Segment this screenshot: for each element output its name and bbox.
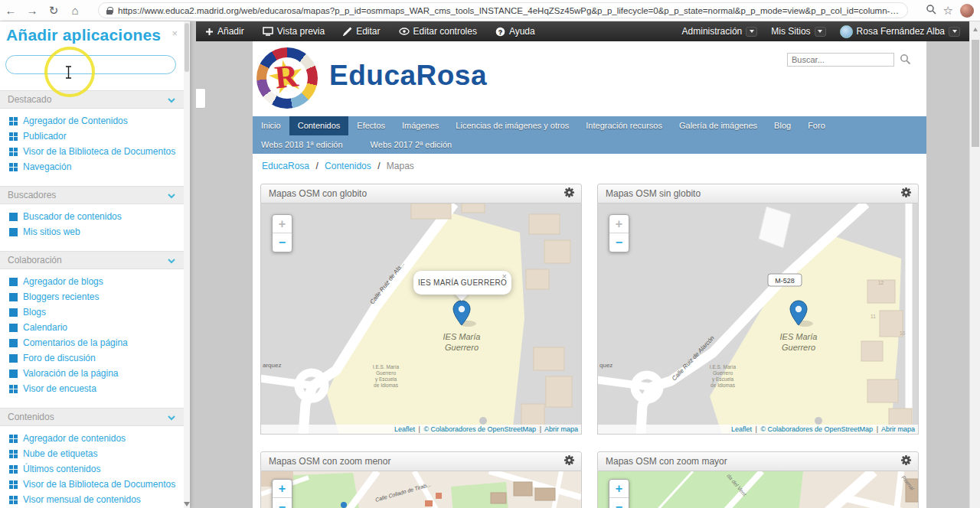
tab-contenidos[interactable]: Contenidos: [289, 116, 349, 135]
breadcrumb-home[interactable]: EducaRosa: [262, 161, 309, 171]
tab-webs-2018[interactable]: Webs 2018 1ª edición: [253, 135, 351, 154]
map-canvas-zoom-mayor[interactable]: da del Vent Piornal + −: [597, 471, 919, 508]
sidebar-item-comentarios-pagina[interactable]: Comentarios de la página: [0, 335, 184, 350]
site-navigation: Inicio Contenidos Efectos Imágenes Licen…: [253, 116, 926, 154]
my-sites-menu[interactable]: Mis Sitios: [771, 26, 825, 37]
home-icon[interactable]: ⌂: [64, 1, 86, 21]
leaflet-link[interactable]: Leaflet: [731, 425, 752, 433]
sidebar-item-visor-biblioteca[interactable]: Visor de la Biblioteca de Documentos: [0, 144, 184, 159]
gear-icon[interactable]: [900, 454, 912, 469]
chevron-down-icon[interactable]: [167, 253, 176, 267]
search-icon[interactable]: [900, 54, 911, 68]
sidebar-item-publicador[interactable]: Publicador: [0, 129, 184, 144]
page-search-icon[interactable]: [926, 4, 936, 18]
site-search-input[interactable]: [787, 53, 894, 67]
sidebar-item-label: Últimos contenidos: [23, 464, 100, 474]
dropdown-arrow-icon[interactable]: [815, 27, 826, 37]
map-canvas-sin-globito[interactable]: M-528 Calle Ruiz de Alarcón quez 12 11 1…: [597, 204, 919, 435]
application-search-input[interactable]: [5, 55, 176, 74]
sidebar-item-valoracion-pagina[interactable]: Valoración de la página: [0, 366, 184, 381]
chevron-down-icon[interactable]: [167, 188, 176, 202]
sidebar-item-navegacion[interactable]: Navegación: [0, 159, 184, 174]
sidebar-item-visor-biblioteca2[interactable]: Visor de la Biblioteca de Documentos: [0, 477, 184, 492]
zoom-out-button[interactable]: −: [609, 233, 629, 252]
edit-controls-button[interactable]: Editar controles: [399, 26, 477, 37]
edit-button[interactable]: Editar: [343, 26, 380, 37]
url-bar[interactable]: https://www.educa2.madrid.org/web/educar…: [98, 2, 908, 18]
tab-foro[interactable]: Foro: [799, 116, 834, 135]
popup-close-icon[interactable]: ×: [502, 272, 507, 281]
osm-link[interactable]: © Colaboradores de OpenStreetMap: [423, 425, 536, 433]
zoom-in-button[interactable]: +: [273, 215, 292, 233]
tab-galeria[interactable]: Galería de imágenes: [671, 116, 766, 135]
zoom-in-button[interactable]: +: [609, 480, 629, 498]
page-scrollbar-thumb[interactable]: [972, 40, 979, 147]
zoom-control: + −: [609, 214, 629, 252]
gear-icon[interactable]: [564, 454, 575, 469]
administration-menu[interactable]: Administración: [682, 26, 758, 37]
sidebar-item-calendario[interactable]: Calendario: [0, 320, 184, 335]
scroll-up-icon[interactable]: [973, 28, 978, 31]
zoom-out-button[interactable]: −: [273, 233, 292, 252]
reload-icon[interactable]: ↻: [43, 1, 64, 21]
url-text[interactable]: https://www.educa2.madrid.org/web/educar…: [118, 6, 900, 15]
open-map-link[interactable]: Abrir mapa: [544, 425, 578, 433]
dropdown-arrow-icon[interactable]: [746, 27, 757, 37]
open-map-link[interactable]: Abrir mapa: [881, 425, 915, 433]
tab-imagenes[interactable]: Imágenes: [394, 116, 447, 135]
gear-icon[interactable]: [900, 187, 912, 201]
zoom-out-button[interactable]: −: [273, 498, 292, 508]
sidebar-item-visor-mensual[interactable]: Visor mensual de contenidos: [0, 492, 184, 507]
section-header[interactable]: Destacado: [0, 90, 184, 109]
sidebar-item-buscador-contenidos[interactable]: Buscador de contenidos: [0, 209, 184, 224]
panel-handle[interactable]: [196, 88, 206, 109]
add-applications-panel: Añadir aplicaciones × Destacado Agregado…: [0, 21, 190, 508]
tab-integracion[interactable]: Integración recursos: [577, 116, 671, 135]
sidebar-item-bloggers-recientes[interactable]: Bloggers recientes: [0, 289, 184, 304]
section-header[interactable]: Buscadores: [0, 186, 184, 204]
map-popup[interactable]: IES MARÍA GUERRERO ×: [413, 271, 511, 295]
add-button[interactable]: Añadir: [205, 26, 244, 37]
map-canvas-con-globito[interactable]: Calle Ruiz de Ala... arquez I.E.S. María…: [260, 204, 582, 435]
section-header[interactable]: Colaboración: [0, 251, 184, 269]
sidebar-item-nube-etiquetas[interactable]: Nube de etiquetas: [0, 446, 184, 461]
bookmark-star-icon[interactable]: ☆: [943, 4, 953, 18]
sidebar-item-agregador-blogs[interactable]: Agregador de blogs: [0, 274, 184, 289]
sidebar-item-agregador-contenidos2[interactable]: Agregador de contenidos: [0, 431, 184, 446]
sidebar-item-foro-discusion[interactable]: Foro de discusión: [0, 350, 184, 366]
breadcrumb-section[interactable]: Contenidos: [325, 161, 371, 171]
tab-webs-2017[interactable]: Webs 2017 2ª edición: [362, 135, 461, 154]
help-button[interactable]: ? Ayuda: [495, 26, 535, 37]
sidebar-item-blogs[interactable]: Blogs: [0, 304, 184, 320]
browser-profile-avatar[interactable]: [960, 4, 974, 18]
map-canvas-zoom-menor[interactable]: Calle Collado de Tirab... + −: [260, 471, 582, 508]
zoom-out-button[interactable]: −: [609, 498, 629, 508]
preview-button[interactable]: Vista previa: [263, 26, 325, 37]
sidebar-scrollbar-thumb[interactable]: [185, 23, 189, 72]
zoom-in-button[interactable]: +: [609, 215, 629, 233]
chevron-down-icon[interactable]: [167, 410, 176, 424]
dropdown-arrow-icon[interactable]: [949, 27, 960, 37]
sidebar-item-ultimos-contenidos[interactable]: Últimos contenidos: [0, 461, 184, 477]
forward-icon[interactable]: →: [21, 1, 43, 21]
sidebar-item-agregador-de-contenidos[interactable]: Agregador de Contenidos: [0, 113, 184, 129]
sidebar-scrollbar[interactable]: [184, 21, 190, 508]
close-icon[interactable]: ×: [172, 28, 178, 39]
page-scrollbar[interactable]: [969, 21, 980, 508]
back-icon[interactable]: ←: [0, 1, 21, 21]
tab-inicio[interactable]: Inicio: [253, 116, 289, 135]
leaflet-link[interactable]: Leaflet: [394, 425, 415, 433]
sidebar-scroll-down-icon[interactable]: [184, 502, 190, 506]
section-header[interactable]: Contenidos: [0, 408, 184, 426]
tab-licencias[interactable]: Licencias de imágenes y otros: [447, 116, 577, 135]
educarosa-logo[interactable]: R: [256, 47, 318, 109]
sidebar-item-mis-sitios-web[interactable]: Mis sitios web: [0, 224, 184, 239]
chevron-down-icon[interactable]: [167, 93, 176, 106]
osm-link[interactable]: © Colaboradores de OpenStreetMap: [760, 425, 873, 433]
gear-icon[interactable]: [564, 187, 575, 201]
sidebar-item-visor-encuesta[interactable]: Visor de encuesta: [0, 381, 184, 396]
user-menu[interactable]: Rosa Fernández Alba: [840, 25, 960, 38]
tab-blog[interactable]: Blog: [766, 116, 799, 135]
zoom-in-button[interactable]: +: [273, 480, 292, 498]
tab-efectos[interactable]: Efectos: [348, 116, 394, 135]
